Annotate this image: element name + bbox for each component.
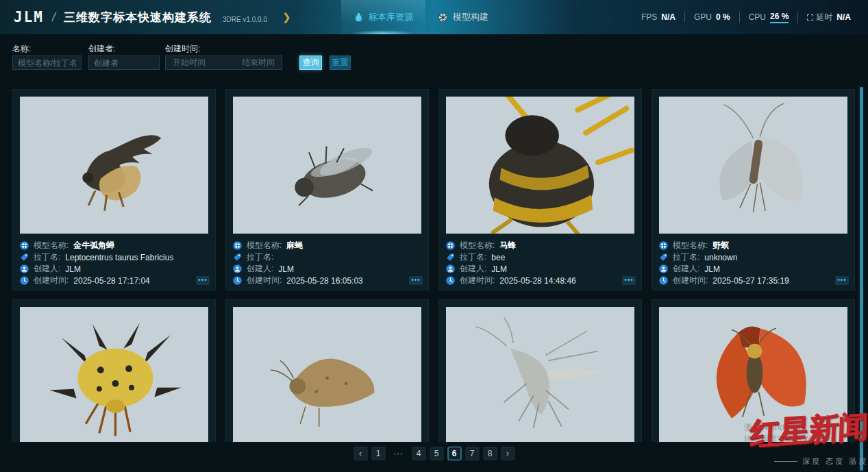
- created-time-label: 创建时间:: [460, 275, 495, 286]
- header-bar: JLM / 三维数字标本快速构建系统 3DRE v1.0.0.0 ❯ 标本库资源: [0, 0, 868, 34]
- creator-value: JLM: [278, 264, 294, 274]
- filter-bar: 名称: 创建者: 创建时间: 开始时间 结束时间 查询 重置: [0, 34, 868, 84]
- performance-stats: FPS N/A GPU 0 % CPU 26 % 延时 N/A: [632, 0, 860, 34]
- created-time-icon: [20, 276, 29, 285]
- model-name-label: 模型名称:: [673, 240, 708, 251]
- name-filter-input[interactable]: [12, 55, 82, 70]
- card-more-button[interactable]: •••: [196, 276, 210, 285]
- model-name-icon: [446, 241, 455, 250]
- specimen-photo: [446, 97, 634, 234]
- pagination-next-icon[interactable]: ›: [501, 447, 514, 460]
- date-range-input[interactable]: 开始时间 结束时间: [165, 55, 282, 70]
- fps-stat: FPS N/A: [632, 12, 684, 22]
- latin-name-label: 拉丁名:: [460, 251, 486, 263]
- logo: JLM: [14, 9, 44, 25]
- creator-label: 创建人:: [460, 263, 486, 275]
- creator-icon: [233, 264, 242, 273]
- pagination-page[interactable]: 8: [483, 447, 497, 460]
- cube-icon: [438, 12, 448, 23]
- model-name-value: 马蜂: [499, 240, 516, 251]
- creator-value: JLM: [704, 264, 720, 274]
- latency-stat: 延时 N/A: [797, 12, 860, 23]
- pagination-page[interactable]: 1: [371, 447, 385, 460]
- created-time-label: 创建时间:: [673, 275, 708, 286]
- card-more-button[interactable]: •••: [622, 276, 636, 285]
- news-watermark-logo: 红星新闻: [749, 406, 868, 455]
- pagination-page[interactable]: 5: [430, 447, 443, 460]
- gpu-label: GPU: [694, 12, 712, 22]
- end-time-placeholder[interactable]: 结束时间: [242, 57, 275, 69]
- latency-label: 延时: [816, 12, 832, 23]
- latin-name-icon: [233, 253, 242, 262]
- cpu-stat: CPU 26 %: [739, 12, 798, 23]
- latin-name-label: 拉丁名:: [34, 251, 60, 263]
- latency-icon: [807, 14, 813, 21]
- creator-icon: [20, 264, 29, 273]
- time-filter-label: 创建时间:: [165, 43, 200, 55]
- creator-filter-input[interactable]: [88, 55, 160, 70]
- pagination: ‹ 1 ··· 4 5 6 7 8 ›: [354, 447, 514, 460]
- app-window: JLM / 三维数字标本快速构建系统 3DRE v1.0.0.0 ❯ 标本库资源: [0, 0, 868, 472]
- footer-bar: ‹ 1 ··· 4 5 6 7 8 ›: [0, 442, 868, 472]
- created-time-value: 2025-05-28 16:05:03: [286, 276, 362, 286]
- reset-button[interactable]: 重置: [330, 55, 351, 70]
- tab-label: 模型构建: [453, 11, 488, 23]
- start-time-placeholder[interactable]: 开始时间: [173, 57, 206, 69]
- collapse-arrow-icon[interactable]: ❯: [282, 11, 291, 23]
- gpu-value: 0 %: [716, 12, 730, 22]
- creator-value: JLM: [491, 264, 507, 274]
- specimen-card[interactable]: 模型名称: 麻蝇 拉丁名: 创建人: JLM: [225, 89, 429, 290]
- model-name-label: 模型名称:: [34, 240, 69, 251]
- created-time-label: 创建时间:: [247, 275, 282, 286]
- latin-name-value: bee: [491, 253, 505, 262]
- model-name-icon: [233, 241, 242, 250]
- brand-area: JLM / 三维数字标本快速构建系统 3DRE v1.0.0.0 ❯: [14, 0, 291, 34]
- specimen-photo: [446, 307, 634, 444]
- model-name-icon: [659, 241, 668, 250]
- pagination-page-current[interactable]: 6: [447, 447, 461, 460]
- cpu-label: CPU: [749, 12, 766, 22]
- pagination-page[interactable]: 4: [412, 447, 425, 460]
- slogan-dash-left: [774, 461, 797, 462]
- created-time-value: 2025-05-28 14:48:46: [499, 276, 575, 286]
- created-time-label: 创建时间:: [34, 275, 69, 286]
- created-time-value: 2025-05-28 17:17:04: [73, 276, 149, 286]
- card-more-button[interactable]: •••: [409, 276, 423, 285]
- specimen-card[interactable]: 模型名称: 金牛弧角蝉 拉丁名: Leptocentrus taurus Fab…: [12, 89, 216, 290]
- gpu-stat: GPU 0 %: [684, 12, 739, 22]
- creator-value: JLM: [65, 264, 81, 274]
- logo-separator: /: [51, 10, 57, 25]
- model-name-label: 模型名称:: [460, 240, 495, 251]
- pagination-ellipsis[interactable]: ···: [389, 447, 408, 460]
- pagination-prev-icon[interactable]: ‹: [354, 447, 367, 460]
- page-title: 三维数字标本快速构建系统: [64, 10, 212, 25]
- creator-label: 创建人:: [34, 263, 60, 275]
- creator-label: 创建人:: [247, 263, 273, 275]
- created-time-icon: [659, 276, 668, 285]
- pagination-page[interactable]: 7: [465, 447, 479, 460]
- created-time-value: 2025-05-27 17:35:19: [712, 276, 789, 286]
- specimen-meta: 模型名称: 麻蝇 拉丁名: 创建人: JLM: [233, 240, 421, 286]
- model-name-value: 金牛弧角蝉: [73, 240, 114, 251]
- tab-specimen-library[interactable]: 标本库资源: [341, 0, 425, 34]
- specimen-photo: [233, 97, 421, 234]
- card-more-button[interactable]: •••: [835, 276, 849, 285]
- creator-icon: [446, 264, 455, 273]
- model-name-value: 野螟: [712, 240, 729, 251]
- specimen-meta: 模型名称: 马蜂 拉丁名: bee 创建人: JLM: [446, 240, 634, 286]
- creator-filter-label: 创建者:: [88, 43, 115, 55]
- query-button[interactable]: 查询: [299, 55, 322, 70]
- latency-value: N/A: [836, 12, 851, 22]
- latin-name-icon: [446, 253, 455, 262]
- model-name-value: 麻蝇: [286, 240, 303, 251]
- cpu-value: 26 %: [770, 12, 789, 23]
- creator-label: 创建人:: [673, 263, 699, 275]
- slogan-text: 深度 态度 温度: [802, 456, 868, 467]
- name-filter-label: 名称:: [12, 43, 31, 55]
- specimen-photo: [233, 307, 421, 444]
- tab-model-build[interactable]: 模型构建: [425, 0, 501, 34]
- specimen-card[interactable]: 模型名称: 野螟 拉丁名: unknown 创建人: JLM: [652, 89, 855, 290]
- fps-label: FPS: [641, 12, 657, 22]
- specimen-card[interactable]: 模型名称: 马蜂 拉丁名: bee 创建人: JLM: [438, 89, 642, 290]
- specimen-meta: 模型名称: 金牛弧角蝉 拉丁名: Leptocentrus taurus Fab…: [20, 240, 208, 286]
